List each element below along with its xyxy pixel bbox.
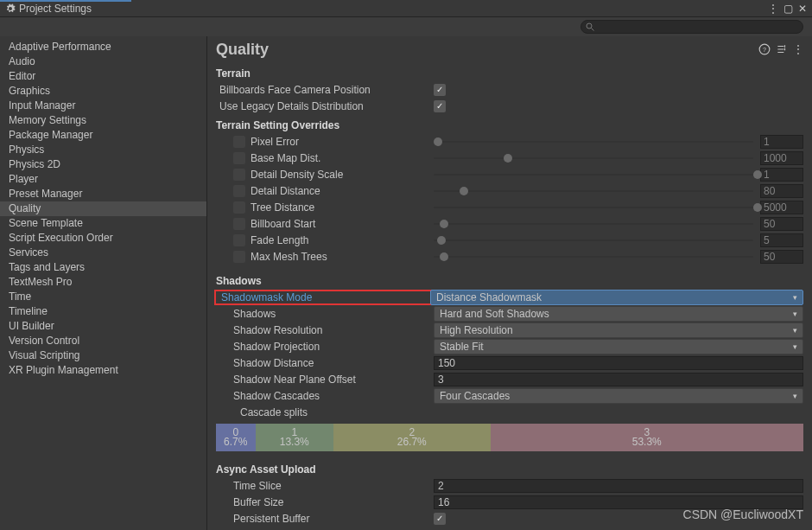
override-pixel-error: Pixel Error (216, 136, 434, 148)
dropdown-shadows[interactable]: Hard and Soft Shadows (434, 306, 803, 322)
section-terrain-overrides: Terrain Setting Overrides (216, 119, 803, 131)
checkbox-override-pixel-error[interactable] (233, 136, 245, 148)
override-tree-distance: Tree Distance (216, 201, 434, 214)
input-shadow-distance[interactable]: 150 (434, 356, 803, 370)
input-time-slice[interactable]: 2 (434, 479, 803, 493)
label-base-map-dist-: Base Map Dist. (251, 152, 320, 164)
window-titlebar: Project Settings ⋮ ▢ ✕ (0, 0, 812, 17)
label-shadow-distance: Shadow Distance (216, 357, 434, 369)
sidebar-item-memory-settings[interactable]: Memory Settings (0, 113, 206, 128)
override-max-mesh-trees: Max Mesh Trees (216, 251, 434, 263)
sidebar-item-physics[interactable]: Physics (0, 143, 206, 157)
search-input[interactable] (580, 20, 803, 34)
value-detail-density-scale[interactable]: 1 (760, 168, 803, 182)
value-tree-distance[interactable]: 5000 (760, 201, 803, 214)
sidebar-item-timeline[interactable]: Timeline (0, 304, 206, 319)
section-terrain: Terrain (216, 67, 803, 80)
cascade-splits-bar[interactable]: 06.7% 113.3% 226.7% 353.3% (216, 424, 803, 451)
label-fade-length: Fade Length (251, 234, 308, 246)
maximize-icon[interactable]: ▢ (783, 3, 793, 15)
sidebar-item-visual-scripting[interactable]: Visual Scripting (0, 348, 206, 363)
dropdown-shadowmask-mode[interactable]: Distance Shadowmask (430, 290, 803, 305)
sidebar-item-services[interactable]: Services (0, 246, 206, 260)
checkbox-use-legacy-details[interactable]: ✓ (434, 100, 446, 112)
main-panel: Quality ? ⋮ Terrain Billboards Face Came… (207, 36, 812, 530)
value-base-map-dist-[interactable]: 1000 (760, 151, 803, 165)
section-async-upload: Async Asset Upload (216, 463, 803, 476)
value-billboard-start[interactable]: 50 (760, 217, 803, 231)
input-shadow-near-plane[interactable]: 3 (434, 373, 803, 386)
sidebar-item-graphics[interactable]: Graphics (0, 84, 206, 99)
sidebar-item-script-execution-order[interactable]: Script Execution Order (0, 231, 206, 246)
slider-base-map-dist-[interactable] (434, 152, 753, 164)
sidebar-item-textmesh-pro[interactable]: TextMesh Pro (0, 275, 206, 290)
label-buffer-size: Buffer Size (216, 496, 434, 508)
value-detail-distance[interactable]: 80 (760, 184, 803, 198)
value-fade-length[interactable]: 5 (760, 233, 803, 247)
dropdown-shadow-projection[interactable]: Stable Fit (434, 339, 803, 354)
section-shadows: Shadows (216, 275, 803, 287)
help-icon[interactable]: ? (758, 43, 771, 55)
sidebar-item-time[interactable]: Time (0, 290, 206, 304)
sidebar-item-ui-builder[interactable]: UI Builder (0, 319, 206, 334)
override-base-map-dist-: Base Map Dist. (216, 152, 434, 164)
value-pixel-error[interactable]: 1 (760, 135, 803, 149)
sidebar-item-adaptive-performance[interactable]: Adaptive Performance (0, 40, 206, 54)
label-cascade-splits: Cascade splits (216, 406, 434, 418)
value-max-mesh-trees[interactable]: 50 (760, 250, 803, 264)
sidebar-item-player[interactable]: Player (0, 172, 206, 187)
checkbox-billboards-face-camera[interactable]: ✓ (434, 84, 446, 96)
search-icon (585, 22, 595, 32)
svg-text:?: ? (763, 47, 766, 53)
slider-detail-density-scale[interactable] (434, 169, 753, 181)
sidebar-item-quality[interactable]: Quality (0, 201, 206, 216)
input-buffer-size[interactable]: 16 (434, 495, 803, 509)
checkbox-persistent-buffer[interactable]: ✓ (434, 513, 446, 525)
svg-line-1 (592, 29, 594, 31)
sidebar-item-package-manager[interactable]: Package Manager (0, 128, 206, 143)
sidebar-item-version-control[interactable]: Version Control (0, 334, 206, 348)
label-tree-distance: Tree Distance (251, 201, 314, 214)
label-shadow-resolution: Shadow Resolution (216, 324, 434, 336)
label-shadow-cascades: Shadow Cascades (216, 390, 434, 402)
close-icon[interactable]: ✕ (798, 3, 807, 15)
label-use-legacy-details: Use Legacy Details Distribution (216, 100, 434, 112)
label-pixel-error: Pixel Error (251, 136, 299, 148)
sidebar-item-physics-2d[interactable]: Physics 2D (0, 157, 206, 172)
checkbox-override-max-mesh-trees[interactable] (233, 251, 245, 263)
slider-fade-length[interactable] (434, 234, 753, 246)
more-icon[interactable]: ⋮ (768, 3, 778, 15)
slider-detail-distance[interactable] (434, 185, 753, 197)
checkbox-override-tree-distance[interactable] (233, 201, 245, 214)
label-time-slice: Time Slice (216, 480, 434, 492)
svg-point-0 (587, 23, 592, 29)
slider-billboard-start[interactable] (434, 218, 753, 230)
settings-icon[interactable] (776, 43, 788, 55)
sidebar-item-scene-template[interactable]: Scene Template (0, 216, 206, 231)
checkbox-override-detail-density-scale[interactable] (233, 169, 245, 181)
sidebar-item-tags-and-layers[interactable]: Tags and Layers (0, 260, 206, 275)
sidebar-item-input-manager[interactable]: Input Manager (0, 99, 206, 113)
sidebar-item-editor[interactable]: Editor (0, 69, 206, 84)
gear-icon (5, 3, 16, 14)
checkbox-override-fade-length[interactable] (233, 234, 245, 246)
checkbox-override-base-map-dist-[interactable] (233, 152, 245, 164)
sidebar-item-audio[interactable]: Audio (0, 54, 206, 69)
override-detail-distance: Detail Distance (216, 185, 434, 197)
checkbox-override-detail-distance[interactable] (233, 185, 245, 197)
sidebar-item-xr-plugin-management[interactable]: XR Plugin Management (0, 363, 206, 378)
toolbar (0, 17, 812, 36)
dropdown-shadow-cascades[interactable]: Four Cascades (434, 388, 803, 404)
label-shadow-near-plane: Shadow Near Plane Offset (216, 374, 434, 386)
slider-max-mesh-trees[interactable] (434, 251, 753, 263)
label-shadow-projection: Shadow Projection (216, 341, 434, 353)
label-persistent-buffer: Persistent Buffer (216, 513, 434, 525)
slider-pixel-error[interactable] (434, 136, 753, 148)
checkbox-override-billboard-start[interactable] (233, 218, 245, 230)
sidebar-item-preset-manager[interactable]: Preset Manager (0, 187, 206, 201)
override-fade-length: Fade Length (216, 234, 434, 246)
page-title: Quality (216, 41, 269, 59)
slider-tree-distance[interactable] (434, 201, 753, 214)
dropdown-shadow-resolution[interactable]: High Resolution (434, 322, 803, 338)
more-icon[interactable]: ⋮ (793, 43, 803, 55)
